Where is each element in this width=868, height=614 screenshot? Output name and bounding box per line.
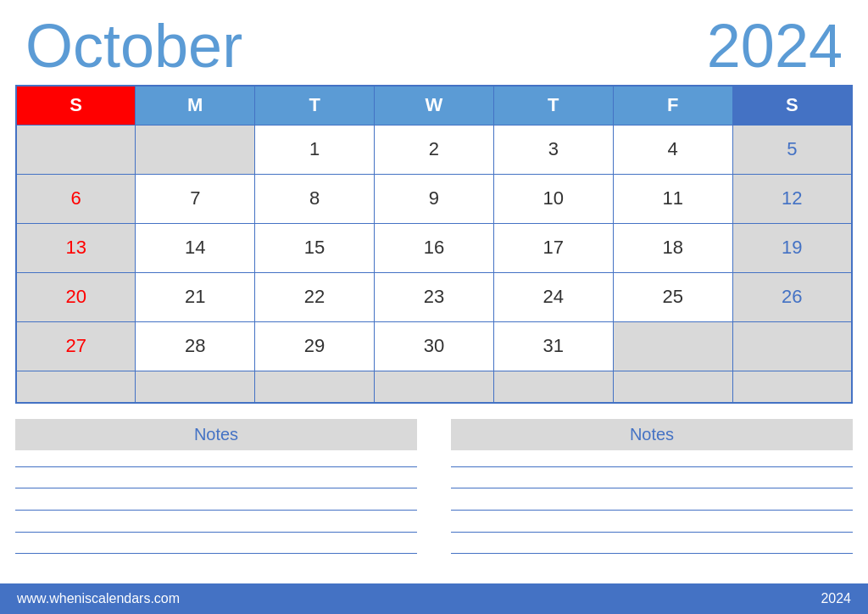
day-cell [16,371,136,403]
day-cell: 29 [255,321,375,371]
page: October 2024 S M T W T F S [0,0,868,614]
col-header-thu: T [493,86,613,125]
day-cell [732,321,852,371]
col-header-fri: F [613,86,732,125]
day-cell: 7 [136,174,255,223]
notes-line [15,532,417,533]
day-cell: 31 [493,321,613,371]
day-cell [16,125,136,174]
table-row: 13 14 15 16 17 18 19 [16,223,852,272]
day-cell: 5 [732,125,852,174]
notes-section: Notes Notes [0,404,868,583]
day-cell: 19 [732,223,852,272]
notes-lines-right [451,457,853,575]
notes-line [451,532,853,533]
footer: www.wheniscalendars.com 2024 [0,583,868,614]
table-row: 6 7 8 9 10 11 12 [16,174,852,223]
notes-lines-left [15,457,417,575]
notes-box-right: Notes [451,419,853,575]
day-cell [493,371,613,403]
day-cell [375,371,494,403]
day-cell: 24 [493,272,613,321]
day-cell [732,371,852,403]
day-cell [136,125,255,174]
day-cell: 28 [136,321,255,371]
day-cell [136,371,255,403]
header: October 2024 [0,0,868,85]
col-header-sun: S [16,86,136,125]
year-title: 2024 [707,15,843,76]
day-cell [613,371,732,403]
notes-line [451,510,853,511]
day-cell: 10 [493,174,613,223]
day-cell: 23 [375,272,494,321]
notes-line [451,488,853,488]
day-cell: 17 [493,223,613,272]
day-cell [255,371,375,403]
col-header-tue: T [255,86,375,125]
table-row: 1 2 3 4 5 [16,125,852,174]
footer-year: 2024 [821,591,851,606]
day-cell: 15 [255,223,375,272]
day-cell: 12 [732,174,852,223]
calendar-wrapper: S M T W T F S 1 2 3 4 5 [0,85,868,404]
day-cell: 2 [375,125,494,174]
day-cell: 21 [136,272,255,321]
notes-box-left: Notes [15,419,417,575]
day-cell: 22 [255,272,375,321]
notes-line [451,466,853,467]
day-cell: 4 [613,125,732,174]
day-cell: 1 [255,125,375,174]
day-cell [613,321,732,371]
month-title: October [25,15,242,76]
col-header-mon: M [136,86,255,125]
notes-line [451,553,853,554]
day-cell: 26 [732,272,852,321]
notes-line [15,488,417,488]
table-row: 27 28 29 30 31 [16,321,852,371]
day-cell: 27 [16,321,136,371]
notes-header-left: Notes [15,419,417,450]
notes-line [15,553,417,554]
day-cell: 6 [16,174,136,223]
day-cell: 13 [16,223,136,272]
day-cell: 8 [255,174,375,223]
day-cell: 3 [493,125,613,174]
day-cell: 16 [375,223,494,272]
calendar-table: S M T W T F S 1 2 3 4 5 [15,85,853,404]
table-row [16,371,852,403]
day-cell: 9 [375,174,494,223]
day-cell: 18 [613,223,732,272]
notes-line [15,466,417,467]
day-cell: 11 [613,174,732,223]
notes-line [15,510,417,511]
day-cell: 25 [613,272,732,321]
day-cell: 30 [375,321,494,371]
col-header-wed: W [375,86,494,125]
footer-website: www.wheniscalendars.com [17,591,180,606]
table-row: 20 21 22 23 24 25 26 [16,272,852,321]
notes-header-right: Notes [451,419,853,450]
day-cell: 20 [16,272,136,321]
day-cell: 14 [136,223,255,272]
col-header-sat: S [732,86,852,125]
calendar-header-row: S M T W T F S [16,86,852,125]
